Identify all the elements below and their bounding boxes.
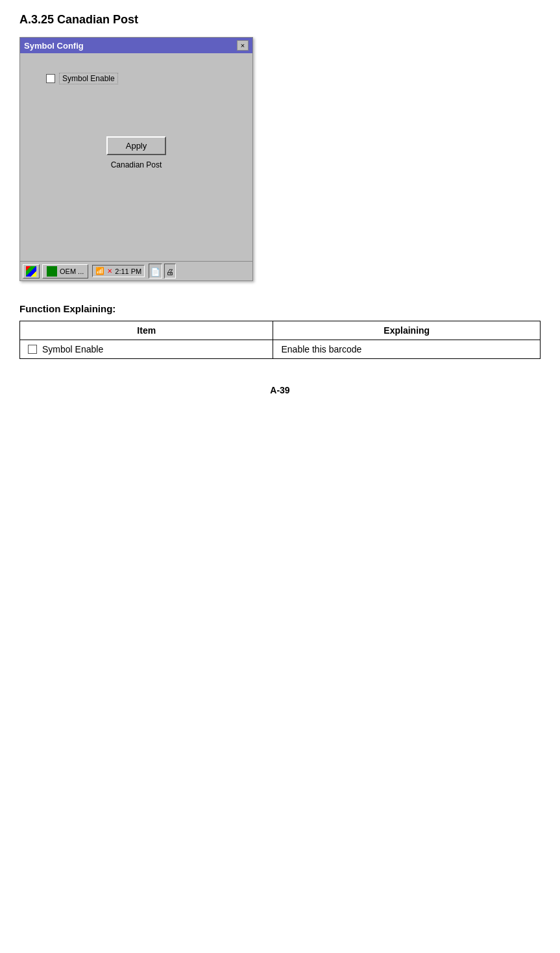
window-frame: Symbol Config × Symbol Enable Apply Cana… [19,37,253,281]
table-symbol-enable-label: Symbol Enable [42,344,103,354]
table-explaining-cell: Enable this barcode [273,340,541,359]
symbol-enable-row: Symbol Enable [46,73,118,84]
apply-area: Apply Canadian Post [106,136,167,175]
taskbar-time: 📶 ✕ 2:11 PM [92,265,145,277]
apply-button[interactable]: Apply [106,136,167,155]
print-icon: 🖨 [166,267,174,277]
table-item-cell: Symbol Enable [20,340,273,359]
doc-icon: 📄 [151,267,160,277]
page-number: A-39 [19,385,541,395]
symbol-config-window: Symbol Config × Symbol Enable Apply Cana… [19,37,253,281]
window-footer-label: Canadian Post [111,160,162,169]
window-taskbar: OEM ... 📶 ✕ 2:11 PM 📄 🖨 [20,261,252,280]
window-title: Symbol Config [24,41,84,51]
taskbar-print-icon[interactable]: 🖨 [164,264,176,278]
start-icon [26,266,36,277]
table-symbol-enable-checkbox[interactable] [28,345,37,354]
time-display: 2:11 PM [115,267,141,275]
window-body: Symbol Enable Apply Canadian Post [20,53,252,261]
symbol-enable-label: Symbol Enable [59,73,118,84]
col-header-item: Item [20,321,273,340]
taskbar-doc-icon[interactable]: 📄 [149,264,162,278]
taskbar-x-icon: ✕ [107,267,112,275]
window-titlebar: Symbol Config × [20,38,252,53]
function-table: Item Explaining Symbol EnableEnable this… [19,321,541,359]
close-button[interactable]: × [237,40,249,51]
oem-icon [47,266,57,277]
function-heading: Function Explaining: [19,303,541,314]
table-row: Symbol EnableEnable this barcode [20,340,541,359]
taskbar-antenna-icon: 📶 [95,267,104,275]
oem-label: OEM ... [60,267,84,275]
page-title: A.3.25 Canadian Post [19,13,541,27]
window-body-inner: Symbol Enable Apply Canadian Post [33,66,239,254]
function-section: Function Explaining: Item Explaining Sym… [19,303,541,359]
col-header-explaining: Explaining [273,321,541,340]
symbol-enable-checkbox[interactable] [46,74,55,83]
oem-button[interactable]: OEM ... [42,264,88,278]
taskbar-extra-icons: 📄 🖨 [149,264,176,278]
start-button[interactable] [23,264,40,278]
